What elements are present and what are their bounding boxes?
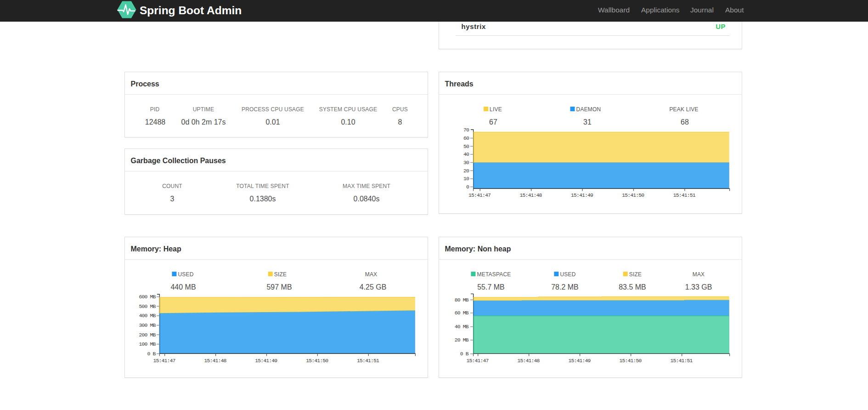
- svg-text:15:41:48: 15:41:48: [204, 358, 226, 364]
- svg-text:15:41:47: 15:41:47: [153, 358, 175, 364]
- svg-text:0: 0: [466, 184, 469, 190]
- svg-text:15:41:50: 15:41:50: [622, 192, 644, 198]
- svg-text:15:41:48: 15:41:48: [517, 358, 540, 364]
- svg-text:15:41:50: 15:41:50: [306, 358, 328, 364]
- svg-text:50: 50: [463, 143, 469, 149]
- svg-text:15:41:51: 15:41:51: [357, 358, 379, 364]
- svg-text:15:41:48: 15:41:48: [519, 192, 542, 198]
- svg-text:300 MB: 300 MB: [139, 322, 156, 328]
- svg-text:15:41:49: 15:41:49: [571, 192, 593, 198]
- svg-text:60: 60: [463, 135, 469, 141]
- svg-text:15:41:49: 15:41:49: [568, 358, 591, 364]
- svg-text:20: 20: [463, 168, 469, 174]
- svg-text:15:41:51: 15:41:51: [670, 358, 693, 364]
- svg-text:400 MB: 400 MB: [139, 313, 156, 319]
- svg-text:15:41:51: 15:41:51: [673, 192, 696, 198]
- svg-text:0 B: 0 B: [147, 351, 156, 357]
- svg-text:70: 70: [463, 127, 469, 133]
- svg-text:15:41:50: 15:41:50: [619, 358, 642, 364]
- svg-text:600 MB: 600 MB: [139, 294, 156, 300]
- svg-text:60 MB: 60 MB: [455, 310, 469, 316]
- svg-text:15:41:47: 15:41:47: [466, 358, 488, 364]
- svg-text:80 MB: 80 MB: [455, 297, 469, 303]
- svg-text:0 B: 0 B: [460, 351, 469, 357]
- svg-text:15:41:49: 15:41:49: [255, 358, 277, 364]
- svg-text:100 MB: 100 MB: [139, 341, 156, 347]
- svg-text:200 MB: 200 MB: [139, 332, 156, 338]
- svg-text:40: 40: [463, 151, 469, 157]
- svg-text:15:41:47: 15:41:47: [468, 192, 490, 198]
- svg-text:500 MB: 500 MB: [139, 303, 156, 309]
- svg-text:40 MB: 40 MB: [455, 324, 469, 330]
- svg-text:20 MB: 20 MB: [455, 337, 469, 343]
- svg-text:10: 10: [463, 176, 469, 182]
- svg-text:30: 30: [463, 159, 469, 165]
